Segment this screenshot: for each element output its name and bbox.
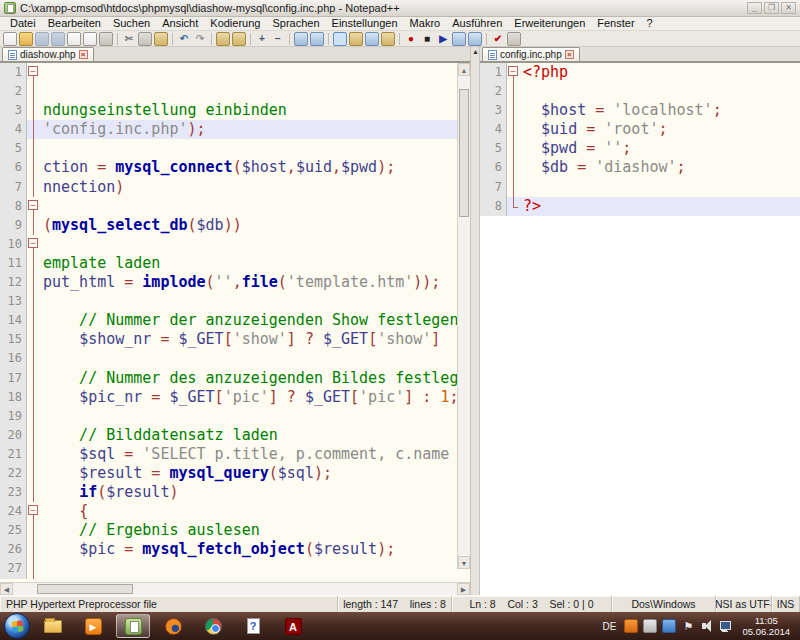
code-text: $sql = 'SELECT p.title, p.comment, c.nam… xyxy=(40,445,470,464)
toolbar: ✂↶↷+−●■▶✔ xyxy=(0,31,800,47)
macro-run-multiple-icon[interactable] xyxy=(468,32,482,46)
left-vertical-scrollbar[interactable]: ▲ ▼ xyxy=(457,63,470,569)
status-encoding[interactable]: ANSI as UTF-8 xyxy=(716,596,772,612)
function-list-icon[interactable] xyxy=(381,32,395,46)
taskbar-app-help-viewer[interactable]: ? xyxy=(236,614,270,638)
save-icon[interactable] xyxy=(35,32,49,46)
left-editor[interactable]: 1−23ndungseinstellung einbinden4'config.… xyxy=(0,62,470,582)
replace-icon[interactable] xyxy=(232,32,246,46)
status-cursor-position: Ln : 8 Col : 3 Sel : 0 | 0 xyxy=(452,596,612,612)
taskbar-app-windows-explorer[interactable] xyxy=(36,614,70,638)
minimize-button[interactable]: _ xyxy=(747,2,762,14)
menu-item[interactable]: Makro xyxy=(404,17,447,30)
indent-guide-icon[interactable] xyxy=(365,32,379,46)
xampp-tray-icon[interactable] xyxy=(624,619,638,633)
fold-collapse-icon[interactable]: − xyxy=(508,66,518,76)
left-horizontal-scrollbar[interactable]: ◀ ▶ xyxy=(0,582,470,595)
tab-close-icon[interactable]: × xyxy=(79,50,88,59)
fold-collapse-icon[interactable]: − xyxy=(28,505,38,515)
menu-item[interactable]: Einstellungen xyxy=(326,17,404,30)
find-icon[interactable] xyxy=(216,32,230,46)
menu-item[interactable]: ? xyxy=(641,17,659,30)
close-file-icon[interactable] xyxy=(67,32,81,46)
fold-collapse-icon[interactable]: − xyxy=(28,238,38,248)
network-icon[interactable] xyxy=(719,619,733,633)
close-button[interactable]: ✕ xyxy=(781,2,796,14)
fold-collapse-icon[interactable]: − xyxy=(28,200,38,210)
menu-item[interactable]: Suchen xyxy=(107,17,156,30)
close-all-icon[interactable] xyxy=(83,32,97,46)
language-indicator[interactable]: DE xyxy=(600,620,620,633)
line-number: 22 xyxy=(0,464,27,483)
tab-close-icon[interactable]: × xyxy=(565,50,574,59)
scroll-left-arrow-icon[interactable]: ◀ xyxy=(0,583,13,595)
pane-splitter[interactable]: ▲ xyxy=(470,47,480,595)
taskbar-app-notepad-plus-plus[interactable] xyxy=(116,614,150,638)
left-horizontal-scroll-thumb[interactable] xyxy=(37,584,133,594)
menu-item[interactable]: Kodierung xyxy=(204,17,266,30)
scroll-up-arrow-icon[interactable]: ▲ xyxy=(458,63,470,76)
action-center-icon[interactable] xyxy=(662,619,676,633)
redo-icon[interactable]: ↷ xyxy=(193,32,207,46)
fold-margin xyxy=(27,216,40,235)
sync-horizontal-scroll-icon[interactable] xyxy=(310,32,324,46)
sync-vertical-scroll-icon[interactable] xyxy=(294,32,308,46)
cut-icon[interactable]: ✂ xyxy=(122,32,136,46)
taskbar-app-chrome[interactable] xyxy=(196,614,230,638)
status-eol-format[interactable]: Dos\Windows xyxy=(612,596,716,612)
menu-item[interactable]: Erweiterungen xyxy=(508,17,591,30)
copy-icon[interactable] xyxy=(138,32,152,46)
line-number: 5 xyxy=(0,139,27,158)
menu-item[interactable]: Ansicht xyxy=(156,17,204,30)
undo-icon[interactable]: ↶ xyxy=(177,32,191,46)
taskbar-apps: ▶?A xyxy=(36,614,310,638)
status-doctype: PHP Hypertext Preprocessor file xyxy=(0,596,338,612)
maximize-button[interactable]: ❐ xyxy=(764,2,779,14)
keyboard-tray-icon[interactable] xyxy=(643,619,657,633)
print-icon[interactable] xyxy=(99,32,113,46)
tab-diashow-php[interactable]: diashow.php × xyxy=(2,47,94,61)
taskbar-app-firefox[interactable] xyxy=(156,614,190,638)
start-button[interactable] xyxy=(4,613,30,639)
left-vertical-scroll-thumb[interactable] xyxy=(459,89,469,217)
macro-record-icon[interactable]: ● xyxy=(404,32,418,46)
flag-icon[interactable]: ⚑ xyxy=(681,619,695,633)
taskbar-app-windows-media-player[interactable]: ▶ xyxy=(76,614,110,638)
scroll-down-arrow-icon[interactable]: ▼ xyxy=(458,556,470,569)
tab-config-inc-php[interactable]: config.inc.php × xyxy=(482,47,580,61)
scroll-right-arrow-icon[interactable]: ▶ xyxy=(457,583,470,595)
taskbar-app-adobe-reader[interactable]: A xyxy=(276,614,310,638)
new-file-icon[interactable] xyxy=(3,32,17,46)
doc-monitor-icon[interactable] xyxy=(507,32,521,46)
macro-save-icon[interactable] xyxy=(452,32,466,46)
menu-item[interactable]: Sprachen xyxy=(266,17,325,30)
code-line: 17 // Nummer des anzuzeigenden Bildes fe… xyxy=(0,369,470,388)
right-editor[interactable]: 1−<?php23 $host = 'localhost';4 $uid = '… xyxy=(480,62,800,595)
zoom-out-icon[interactable]: − xyxy=(271,32,285,46)
clock[interactable]: 11:05 05.06.2014 xyxy=(738,615,794,637)
save-all-icon[interactable] xyxy=(51,32,65,46)
open-file-icon[interactable] xyxy=(19,32,33,46)
line-number: 8 xyxy=(480,197,507,216)
macro-play-icon[interactable]: ▶ xyxy=(436,32,450,46)
show-symbols-icon[interactable] xyxy=(349,32,363,46)
fold-margin xyxy=(507,178,520,197)
menu-item[interactable]: Bearbeiten xyxy=(42,17,107,30)
fold-collapse-icon[interactable]: − xyxy=(28,66,38,76)
splitter-arrow-icon: ▲ xyxy=(472,48,479,55)
toolbar-separator xyxy=(211,33,212,45)
menu-item[interactable]: Fenster xyxy=(591,17,640,30)
zoom-in-icon[interactable]: + xyxy=(255,32,269,46)
line-number: 15 xyxy=(0,330,27,349)
tray-icons: ⚑ xyxy=(624,619,733,633)
fold-margin xyxy=(27,178,40,197)
word-wrap-icon[interactable] xyxy=(333,32,347,46)
macro-stop-icon[interactable]: ■ xyxy=(420,32,434,46)
spell-check-icon[interactable]: ✔ xyxy=(491,32,505,46)
status-insert-mode[interactable]: INS xyxy=(772,596,800,612)
paste-icon[interactable] xyxy=(154,32,168,46)
code-line: 5 xyxy=(0,139,470,158)
menu-item[interactable]: Ausführen xyxy=(446,17,508,30)
volume-icon[interactable] xyxy=(700,619,714,633)
menu-item[interactable]: Datei xyxy=(4,17,42,30)
